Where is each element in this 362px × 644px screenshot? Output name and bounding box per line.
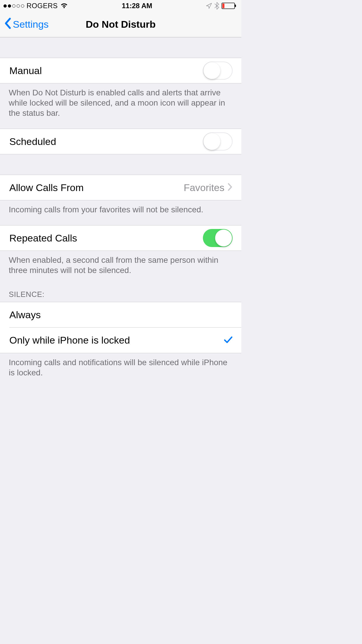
repeated-calls-label: Repeated Calls [9,232,77,244]
status-bar: ROGERS 11:28 AM [0,0,241,12]
silence-option-label: Always [9,309,41,321]
scheduled-switch[interactable] [203,132,233,150]
allow-calls-value: Favorites [184,182,227,193]
allow-calls-footer: Incoming calls from your favorites will … [0,200,241,219]
status-time: 11:28 AM [122,2,152,10]
svg-rect-1 [222,4,224,8]
manual-label: Manual [9,65,42,76]
bluetooth-icon [215,2,219,10]
carrier-label: ROGERS [27,2,58,10]
checkmark-icon [224,336,233,345]
allow-calls-row[interactable]: Allow Calls From Favorites [0,175,241,200]
silence-option-locked[interactable]: Only while iPhone is locked [0,328,241,353]
scheduled-row[interactable]: Scheduled [0,129,241,154]
allow-calls-label: Allow Calls From [9,182,84,193]
silence-header: SILENCE: [0,286,241,302]
signal-strength-icon [3,4,24,8]
location-icon [206,3,212,9]
chevron-left-icon [4,18,11,32]
back-button[interactable]: Settings [0,18,49,32]
manual-switch[interactable] [203,62,233,80]
scheduled-label: Scheduled [9,136,56,147]
silence-group: Always Only while iPhone is locked [0,302,241,353]
manual-row[interactable]: Manual [0,58,241,83]
status-left: ROGERS [3,2,68,10]
back-label: Settings [13,19,49,30]
chevron-right-icon [227,183,233,192]
repeated-calls-row[interactable]: Repeated Calls [0,225,241,251]
manual-footer: When Do Not Disturb is enabled calls and… [0,83,241,122]
status-right [206,2,238,10]
battery-icon [222,3,238,9]
silence-footer: Incoming calls and notifications will be… [0,353,241,382]
repeated-calls-footer: When enabled, a second call from the sam… [0,251,241,279]
content: Manual When Do Not Disturb is enabled ca… [0,37,241,382]
silence-option-always[interactable]: Always [0,302,241,328]
silence-option-label: Only while iPhone is locked [9,335,130,346]
repeated-calls-switch[interactable] [203,229,233,247]
wifi-icon [60,3,68,9]
navigation-bar: Settings Do Not Disturb [0,12,241,37]
